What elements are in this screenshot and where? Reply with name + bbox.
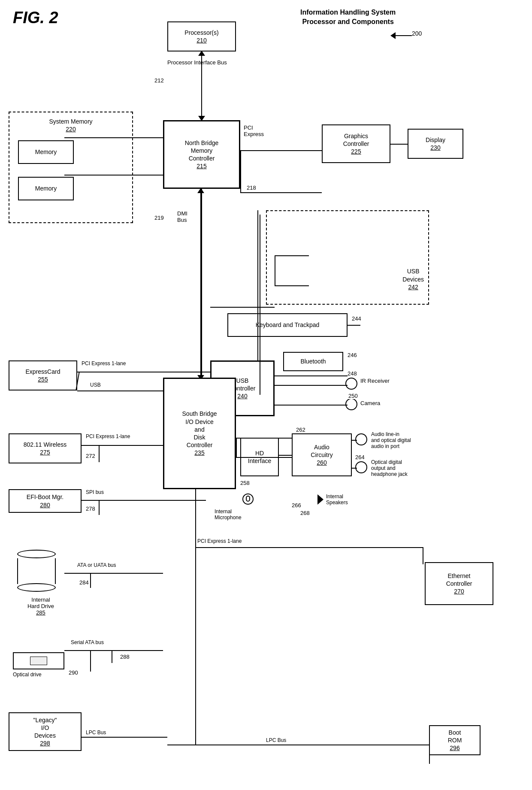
ir-receiver-label: IR Receiver — [360, 378, 390, 384]
ref-219: 219 — [154, 215, 164, 221]
display-box: Display 230 — [408, 129, 463, 159]
pci-express-label: PCIExpress — [244, 124, 264, 137]
south-bridge-box: South BridgeI/O DeviceandDiskController … — [163, 378, 236, 489]
ethernet-box: EthernetController 270 — [425, 562, 493, 605]
diagram-container: FIG. 2 Information Handling SystemProces… — [0, 0, 532, 790]
optical-drive-label: Optical drive — [13, 672, 42, 678]
pci-express-1lane-3-label: PCI Express 1-lane — [197, 538, 242, 544]
system-number-arrow: 200 — [412, 30, 422, 37]
ir-receiver-icon — [345, 378, 357, 390]
expresscard-box: ExpressCard 255 — [9, 360, 77, 390]
processor-interface-bus-label: Processor Interface Bus — [167, 59, 227, 66]
graphics-controller-box: GraphicsController 225 — [322, 124, 390, 163]
ref-290: 290 — [69, 669, 78, 676]
memory1-box: Memory — [18, 140, 74, 164]
north-bridge-box: North BridgeMemoryController 215 — [163, 120, 240, 189]
optical-out-icon — [355, 461, 367, 473]
wireless-box: 802.11 Wireless 275 — [9, 433, 82, 463]
ref-212: 212 — [154, 77, 164, 84]
internal-mic-icon — [242, 493, 254, 505]
ref-278: 278 — [86, 505, 95, 512]
pci-express-1lane-1-label: PCI Express 1-lane — [82, 360, 126, 366]
memory2-box: Memory — [18, 177, 74, 200]
bluetooth-box: Bluetooth — [283, 352, 343, 371]
ref-266: 266 — [292, 502, 301, 509]
internal-speakers-label: InternalSpeakers — [326, 493, 348, 505]
processors-box: Processor(s) 210 — [167, 21, 236, 51]
ref-264: 264 — [355, 454, 365, 460]
figure-title: FIG. 2 — [13, 9, 58, 27]
spi-bus-label: SPI bus — [86, 489, 104, 495]
audio-circuitry-box: AudioCircuitry 260 — [292, 433, 352, 476]
ref-250: 250 — [348, 393, 358, 399]
boot-rom-box: BootROM 296 — [429, 725, 481, 755]
ref-288: 288 — [120, 654, 130, 660]
ref-248: 248 — [348, 370, 357, 377]
internal-hdd-label: InternalHard Drive 285 — [9, 596, 73, 616]
ref-218: 218 — [247, 185, 256, 191]
lpc-bus-right-label: LPC Bus — [266, 737, 286, 743]
system-memory-box: System Memory 220 Memory Memory — [9, 112, 133, 223]
audio-line-in-label: Audio line-inand optical digitalaudio in… — [371, 431, 457, 449]
optical-drive-box — [13, 652, 64, 669]
optical-out-label: Optical digitaloutput andheadphone jack — [371, 459, 457, 477]
ref-272: 272 — [86, 453, 95, 459]
audio-line-in-icon — [355, 433, 367, 445]
ref-284: 284 — [79, 579, 89, 586]
ref-262: 262 — [296, 427, 305, 433]
ref-246: 246 — [348, 352, 357, 358]
dmi-bus-label: DMIBus — [177, 210, 187, 223]
camera-label: Camera — [360, 400, 380, 406]
keyboard-trackpad-box: Keyboard and Trackpad — [227, 313, 348, 337]
lpc-bus-left-label: LPC Bus — [86, 729, 106, 736]
internal-hdd-cylinder — [11, 549, 62, 592]
legacy-io-box: "Legacy"I/ODevices 298 — [9, 712, 82, 751]
internal-mic-label: InternalMicrophone — [215, 509, 242, 521]
ata-uata-label: ATA or UATA bus — [77, 562, 116, 568]
efi-boot-box: EFI-Boot Mgr. 280 — [9, 489, 82, 513]
usb-devices-group-box: USBDevices 242 — [266, 210, 429, 305]
pci-express-1lane-2-label: PCI Express 1-lane — [86, 433, 130, 439]
ref-244: 244 — [352, 315, 361, 322]
ref-268: 268 — [300, 510, 310, 516]
ref-258: 258 — [240, 480, 250, 486]
speaker-icon — [317, 494, 323, 505]
serial-ata-label: Serial ATA bus — [71, 639, 104, 645]
diagram-title: Information Handling SystemProcessor and… — [300, 8, 396, 27]
usb-bus-label: USB — [90, 382, 101, 388]
camera-icon — [345, 398, 357, 410]
